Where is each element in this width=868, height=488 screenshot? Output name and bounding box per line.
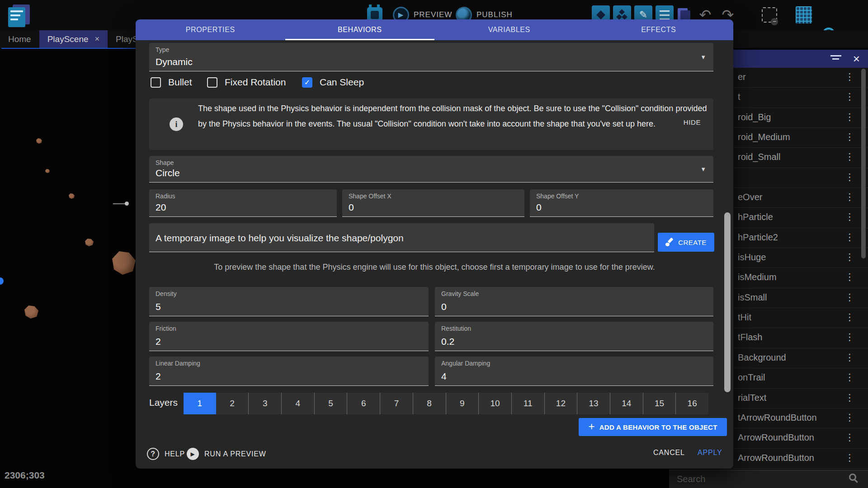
fixed-rotation-label: Fixed Rotation [225,77,286,88]
layer-cell-15[interactable]: 15 [643,393,676,414]
filter-icon[interactable] [830,55,841,62]
objects-search-bar[interactable]: Search [669,470,868,488]
radius-field[interactable]: Radius 20 [149,189,337,217]
shape-dropdown[interactable]: Shape Circle ▼ [149,156,713,183]
layer-cell-4[interactable]: 4 [282,393,315,414]
kebab-menu-icon[interactable]: ⋮ [845,71,854,82]
object-label: hParticle2 [738,232,778,243]
kebab-menu-icon[interactable]: ⋮ [845,211,854,222]
shape-offset-y-label: Shape Offset Y [536,192,579,200]
search-input[interactable]: Search [677,474,705,484]
layer-cell-2[interactable]: 2 [216,393,249,414]
checkbox-box [151,77,161,88]
fixed-rotation-checkbox[interactable]: Fixed Rotation [207,77,286,88]
info-box: i The shape used in the Physics behavior… [149,99,713,150]
checkbox-box [207,77,217,88]
dialog-tab-behaviors[interactable]: BEHAVIORS [285,19,435,40]
kebab-menu-icon[interactable]: ⋮ [845,151,854,162]
clear-selection-icon[interactable] [760,5,778,24]
create-button[interactable]: CREATE [658,233,714,252]
panel-scrollbar[interactable] [861,69,866,258]
layer-cell-14[interactable]: 14 [610,393,643,414]
kebab-menu-icon[interactable]: ⋮ [845,372,854,383]
kebab-menu-icon[interactable]: ⋮ [845,332,854,343]
layer-cell-1[interactable]: 1 [184,393,216,414]
kebab-menu-icon[interactable]: ⋮ [845,252,854,263]
hide-button[interactable]: HIDE [684,118,701,126]
kebab-menu-icon[interactable]: ⋮ [845,352,854,363]
layer-cell-8[interactable]: 8 [413,393,446,414]
temp-image-field[interactable]: A temporary image to help you visualize … [149,223,654,252]
dialog-tab-effects[interactable]: EFFECTS [584,19,734,40]
asteroid-sprite[interactable] [36,138,42,144]
friction-field[interactable]: Friction 2 [149,322,429,351]
kebab-menu-icon[interactable]: ⋮ [845,412,854,423]
tab-playscene[interactable]: PlayScene × [39,30,108,48]
tab-home[interactable]: Home [0,30,39,48]
angular-damping-value: 4 [441,371,447,382]
shape-offset-y-field[interactable]: Shape Offset Y 0 [530,189,713,217]
layer-cell-12[interactable]: 12 [545,393,578,414]
kebab-menu-icon[interactable]: ⋮ [845,272,854,282]
dialog-tab-variables[interactable]: VARIABLES [434,19,584,40]
angular-damping-field[interactable]: Angular Damping 4 [435,357,713,386]
kebab-menu-icon[interactable]: ⋮ [845,192,854,202]
kebab-menu-icon[interactable]: ⋮ [845,112,854,122]
kebab-menu-icon[interactable]: ⋮ [845,312,854,323]
kebab-menu-icon[interactable]: ⋮ [845,131,854,142]
object-label: tArrowRoundButton [738,413,817,423]
object-label: roid_Big [738,112,771,122]
layer-cell-3[interactable]: 3 [249,393,282,414]
kebab-menu-icon[interactable]: ⋮ [845,232,854,243]
cancel-button[interactable]: CANCEL [653,449,685,457]
bullet-checkbox[interactable]: Bullet [151,77,192,88]
asteroid-sprite[interactable] [85,239,94,246]
help-label: HELP [165,450,185,458]
type-dropdown[interactable]: Type Dynamic ▼ [149,43,713,71]
asteroid-sprite[interactable] [24,305,38,319]
kebab-menu-icon[interactable]: ⋮ [845,452,854,463]
layer-cell-5[interactable]: 5 [315,393,348,414]
layer-cell-7[interactable]: 7 [380,393,413,414]
apply-button[interactable]: APPLY [698,449,722,457]
bullet-label: Bullet [168,77,192,88]
question-icon: ? [147,448,159,460]
instance-marker-dot[interactable] [125,202,129,206]
close-tab-icon[interactable]: × [95,34,100,44]
object-label: isHuge [738,252,766,263]
add-behavior-button[interactable]: + ADD A BEHAVIOR TO THE OBJECT [579,418,727,436]
restitution-field[interactable]: Restitution 0.2 [435,322,713,351]
layer-cell-16[interactable]: 16 [676,393,708,414]
layer-cell-13[interactable]: 13 [577,393,610,414]
help-button[interactable]: ? HELP [147,448,185,460]
layer-cell-11[interactable]: 11 [512,393,545,414]
grid-icon[interactable] [795,5,813,24]
restitution-label: Restitution [441,325,471,332]
can-sleep-label: Can Sleep [320,77,364,88]
dialog-scrollbar[interactable] [724,212,731,392]
layer-cell-10[interactable]: 10 [479,393,512,414]
density-field[interactable]: Density 5 [149,287,429,316]
object-label: rialText [738,393,766,403]
kebab-menu-icon[interactable]: ⋮ [845,392,854,403]
kebab-menu-icon[interactable]: ⋮ [845,292,854,303]
can-sleep-checkbox[interactable]: ✓ Can Sleep [302,77,364,88]
kebab-menu-icon[interactable]: ⋮ [845,91,854,102]
layer-cell-9[interactable]: 9 [446,393,479,414]
object-label: isSmall [738,292,767,303]
asteroid-sprite[interactable] [69,193,75,199]
kebab-menu-icon[interactable]: ⋮ [845,432,854,443]
layer-cell-6[interactable]: 6 [347,393,380,414]
dialog-tab-properties[interactable]: PROPERTIES [136,19,285,40]
project-manager-icon[interactable] [7,4,31,27]
gravity-scale-field[interactable]: Gravity Scale 0 [435,287,713,316]
shape-offset-x-field[interactable]: Shape Offset X 0 [342,189,524,217]
object-label: roid_Small [738,152,780,162]
kebab-menu-icon[interactable]: ⋮ [845,172,854,183]
close-panel-icon[interactable]: × [853,53,860,65]
asteroid-sprite[interactable] [112,251,136,275]
cursor-coordinates: 2306;303 [5,470,45,481]
linear-damping-field[interactable]: Linear Damping 2 [149,357,429,386]
run-preview-button[interactable]: ▶ RUN A PREVIEW [187,448,266,460]
asteroid-sprite[interactable] [45,169,50,173]
